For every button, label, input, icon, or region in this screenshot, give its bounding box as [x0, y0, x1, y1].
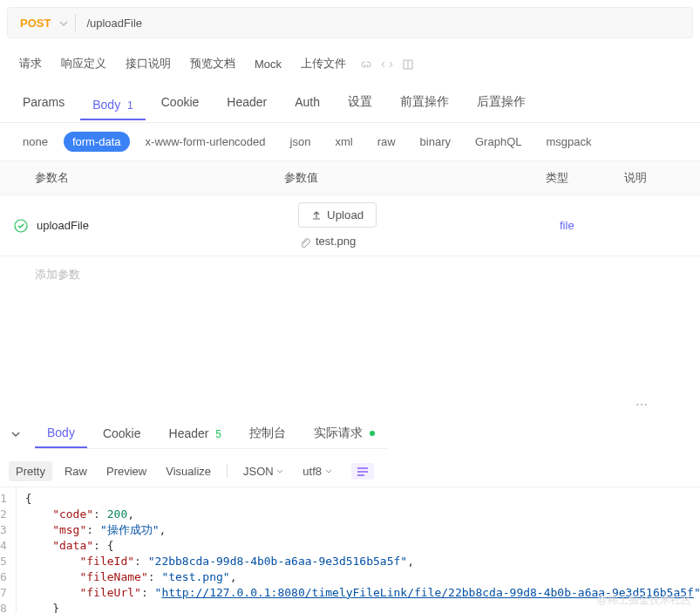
body-type-graphql[interactable]: GraphQL [466, 132, 530, 152]
tab-pre-ops[interactable]: 前置操作 [388, 87, 461, 117]
chevron-down-icon [276, 468, 283, 475]
code-icon[interactable] [381, 57, 393, 71]
divider [227, 464, 228, 478]
chevron-down-icon[interactable] [59, 17, 68, 30]
http-method[interactable]: POST [8, 17, 59, 30]
body-type-none[interactable]: none [14, 132, 57, 152]
resp-tab-console[interactable]: 控制台 [237, 419, 298, 448]
resp-tab-actual[interactable]: 实际请求 [302, 419, 387, 448]
code-text: "22bb8cda-99d8-4b0b-a6aa-9e3d516b5a5f" [148, 555, 407, 568]
code-text: 200 [107, 507, 127, 521]
tab-mock[interactable]: Mock [246, 54, 290, 74]
code-text: "msg" [52, 523, 86, 536]
code-text: } [25, 602, 59, 613]
tab-api-desc[interactable]: 接口说明 [117, 52, 180, 75]
code-text: "fileId" [79, 555, 134, 568]
body-type-raw[interactable]: raw [369, 132, 404, 152]
resp-tab-body[interactable]: Body [35, 419, 87, 448]
window-icon[interactable] [402, 57, 414, 71]
more-icon[interactable]: ⋯ [0, 398, 700, 412]
body-count-badge: 1 [127, 99, 133, 112]
code-text: "test.png" [161, 570, 229, 583]
link-icon[interactable] [360, 57, 372, 71]
tab-preview-doc[interactable]: 预览文档 [181, 52, 244, 75]
tab-body-label: Body [92, 98, 120, 112]
body-type-xml[interactable]: xml [326, 132, 361, 152]
tab-cookie[interactable]: Cookie [149, 88, 212, 116]
param-value-cell: Upload test.png [298, 202, 560, 249]
add-param-button[interactable]: 添加参数 [0, 255, 700, 293]
tab-post-ops[interactable]: 后置操作 [465, 87, 538, 117]
tab-response-def[interactable]: 响应定义 [52, 52, 115, 75]
code-text: "fileName" [79, 570, 147, 583]
table-header: 参数名 参数值 类型 说明 [0, 161, 700, 194]
col-name: 参数名 [14, 170, 284, 186]
url-bar: POST /uploadFile [7, 7, 693, 38]
col-value: 参数值 [284, 170, 546, 186]
code-text: "data" [52, 539, 93, 552]
code-text: "操作成功" [100, 523, 160, 536]
param-type[interactable]: file [560, 219, 638, 232]
params-table: 参数名 参数值 类型 说明 uploadFile Upload test.png… [0, 160, 700, 293]
status-dot [370, 431, 375, 436]
request-tabs: Params Body 1 Cookie Header Auth 设置 前置操作… [0, 82, 700, 123]
code-text: "fileUrl" [79, 586, 140, 599]
line-gutter: 123456789 [0, 487, 17, 613]
header-count-badge: 5 [215, 428, 221, 440]
response-section-header: Body Cookie Header 5 控制台 实际请求 [0, 412, 700, 456]
tab-params[interactable]: Params [10, 88, 77, 116]
response-body-code: 123456789 { "code": 200, "msg": "操作成功", … [0, 487, 700, 613]
code-text: { [25, 492, 32, 505]
tab-request[interactable]: 请求 [10, 52, 51, 75]
chevron-down-icon [325, 468, 332, 475]
json-label: JSON [243, 465, 274, 478]
col-desc: 说明 [624, 170, 686, 186]
attachment-icon [298, 235, 310, 249]
tab-settings[interactable]: 设置 [336, 87, 384, 117]
resp-tab-cookie[interactable]: Cookie [91, 419, 153, 447]
url-input[interactable]: /uploadFile [76, 17, 692, 30]
watermark: @稀土掘金技术社区 [597, 593, 691, 608]
uploaded-file[interactable]: test.png [298, 235, 560, 249]
resp-actual-label: 实际请求 [314, 426, 363, 439]
format-pretty[interactable]: Pretty [9, 461, 52, 481]
param-name[interactable]: uploadFile [37, 219, 298, 232]
format-bar: Pretty Raw Preview Visualize JSON utf8 [0, 456, 700, 487]
tab-upload-file[interactable]: 上传文件 [292, 52, 355, 75]
resp-tab-header[interactable]: Header 5 [157, 419, 234, 447]
table-row: uploadFile Upload test.png file [0, 194, 700, 255]
tab-header[interactable]: Header [214, 88, 279, 116]
body-type-form-data[interactable]: form-data [64, 132, 130, 152]
body-type-msgpack[interactable]: msgpack [537, 132, 600, 152]
encoding-label: utf8 [302, 465, 322, 478]
format-raw[interactable]: Raw [58, 461, 94, 481]
check-circle-icon[interactable] [14, 218, 28, 233]
top-tabs: 请求 响应定义 接口说明 预览文档 Mock 上传文件 [0, 45, 700, 82]
format-wrap-icon[interactable] [351, 463, 374, 480]
format-preview[interactable]: Preview [99, 461, 153, 481]
file-name-text: test.png [316, 235, 356, 248]
tab-auth[interactable]: Auth [282, 88, 332, 116]
col-type: 类型 [546, 170, 624, 186]
resp-header-label: Header [169, 426, 209, 440]
body-type-json[interactable]: json [282, 132, 320, 152]
upload-icon [311, 210, 322, 221]
response-tabs: Body Cookie Header 5 控制台 实际请求 [35, 419, 387, 449]
code-text: "code" [52, 507, 93, 521]
body-type-binary[interactable]: binary [411, 132, 459, 152]
tab-body[interactable]: Body 1 [80, 91, 146, 120]
body-type-urlencoded[interactable]: x-www-form-urlencoded [137, 132, 275, 152]
upload-button[interactable]: Upload [298, 202, 377, 228]
upload-label: Upload [327, 208, 364, 221]
format-encoding-select[interactable]: utf8 [296, 461, 338, 481]
format-json-select[interactable]: JSON [236, 461, 290, 481]
format-visualize[interactable]: Visualize [159, 461, 218, 481]
chevron-down-icon[interactable] [10, 427, 21, 440]
body-type-row: none form-data x-www-form-urlencoded jso… [0, 123, 700, 160]
